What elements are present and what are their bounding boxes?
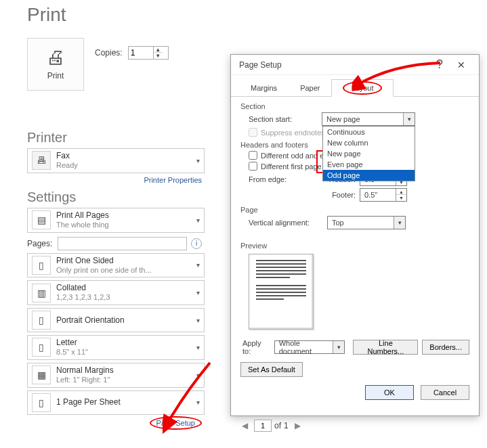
printer-selector[interactable]: 🖷 Fax Ready ▾	[27, 148, 205, 173]
per-sheet-major: 1 Page Per Sheet	[56, 397, 196, 407]
settings-heading: Settings	[27, 184, 202, 205]
chevron-down-icon: ▾	[196, 157, 200, 164]
prev-page-icon[interactable]: ◀	[238, 420, 251, 431]
margins-minor: Left: 1" Right: 1"	[56, 376, 196, 385]
page-setup-link-text: Page Setup	[156, 419, 196, 427]
print-all-pages-selector[interactable]: ▤ Print All Pages The whole thing ▾	[27, 208, 205, 233]
apply-to-dropdown[interactable]: Whole document ▾	[274, 340, 345, 354]
vertical-alignment-dropdown[interactable]: Top ▾	[327, 216, 406, 229]
footer-value: 0.5"	[360, 191, 396, 199]
dialog-titlebar[interactable]: Page Setup ? ✕	[231, 55, 479, 75]
dialog-title: Page Setup	[239, 60, 430, 70]
dialog-body: Section Section start: New page ▾ Contin…	[231, 97, 479, 355]
print-button-label: Print	[47, 71, 64, 81]
print-backstage-pane: Print 🖨 Print Copies: ▲ ▼ Printer 🖷 Fax …	[0, 0, 217, 430]
orientation-selector[interactable]: ▯ Portrait Orientation ▾	[27, 308, 205, 332]
line-numbers-button[interactable]: Line Numbers...	[353, 340, 418, 355]
section-start-dropdown[interactable]: New page ▾ Continuous New column New pag…	[322, 112, 415, 126]
current-page-input[interactable]	[254, 420, 272, 432]
collated-selector[interactable]: ▥ Collated 1,2,3 1,2,3 1,2,3 ▾	[27, 280, 205, 305]
print-button[interactable]: 🖨 Print	[27, 38, 84, 91]
cancel-button[interactable]: Cancel	[421, 385, 469, 400]
printer-status: Ready	[56, 161, 196, 171]
section-start-option-list: Continuous New column New page Even page…	[322, 126, 415, 181]
tab-margins[interactable]: Margins	[239, 79, 289, 97]
vertical-alignment-label: Vertical alignment:	[249, 219, 327, 227]
different-first-page-checkbox[interactable]	[249, 162, 257, 171]
set-as-default-button[interactable]: Set As Default	[240, 362, 303, 377]
printer-name: Fax	[56, 151, 196, 161]
chevron-down-icon[interactable]: ▾	[333, 341, 344, 353]
chevron-down-icon[interactable]: ▾	[403, 113, 415, 125]
collated-major: Collated	[56, 283, 196, 293]
dropdown-option-continuous[interactable]: Continuous	[323, 127, 415, 137]
pages-input[interactable]	[58, 237, 187, 250]
next-page-icon[interactable]: ▶	[291, 420, 304, 431]
margins-selector[interactable]: ▦ Normal Margins Left: 1" Right: 1" ▾	[27, 363, 205, 388]
one-sided-selector[interactable]: ▯ Print One Sided Only print on one side…	[27, 253, 205, 278]
page-setup-dialog: Page Setup ? ✕ Margins Paper Layout Sect…	[230, 54, 480, 416]
page-setup-oval-annotation: Page Setup	[150, 416, 203, 430]
paper-size-icon: ▯	[32, 338, 51, 357]
spinner-arrows[interactable]: ▲ ▼	[153, 47, 163, 59]
dropdown-option-even-page[interactable]: Even page	[323, 159, 415, 170]
footer-label: Footer:	[322, 191, 356, 199]
margins-major: Normal Margins	[56, 365, 196, 376]
dropdown-option-new-column[interactable]: New column	[323, 137, 415, 148]
print-all-minor: The whole thing	[56, 221, 196, 230]
printer-heading: Printer	[27, 91, 202, 145]
total-pages: 1	[284, 421, 289, 430]
page-navigation: ◀ of 1 ▶	[238, 420, 304, 432]
chevron-down-icon: ▾	[196, 372, 200, 379]
dropdown-option-new-page[interactable]: New page	[323, 148, 415, 159]
spinner-up-icon[interactable]: ▲	[396, 189, 406, 195]
section-group-label: Section	[240, 102, 469, 110]
printer-properties-link[interactable]: Printer Properties	[27, 176, 202, 184]
different-odd-even-checkbox[interactable]	[249, 151, 257, 160]
spinner-up-icon[interactable]: ▲	[154, 47, 163, 53]
page-group-label: Page	[240, 206, 469, 214]
tab-layout[interactable]: Layout	[331, 79, 393, 97]
per-sheet-icon: ▯	[32, 393, 51, 412]
pages-row: Pages: i	[27, 237, 202, 250]
chevron-down-icon: ▾	[196, 399, 200, 406]
borders-button[interactable]: Borders...	[422, 340, 469, 355]
pages-label: Pages:	[27, 239, 52, 248]
paper-size-selector[interactable]: ▯ Letter 8.5" x 11" ▾	[27, 335, 205, 360]
one-sided-minor: Only print on one side of th...	[56, 266, 196, 275]
printer-icon: 🖨	[46, 48, 65, 67]
tab-paper[interactable]: Paper	[289, 79, 331, 97]
section-start-label: Section start:	[249, 115, 322, 123]
page-setup-link[interactable]: Page Setup	[27, 416, 202, 430]
footer-spinner[interactable]: 0.5" ▲▼	[360, 188, 407, 202]
letter-minor: 8.5" x 11"	[56, 348, 196, 357]
per-sheet-selector[interactable]: ▯ 1 Page Per Sheet ▾	[27, 390, 205, 415]
margins-icon: ▦	[32, 365, 51, 384]
spinner-down-icon[interactable]: ▼	[396, 195, 406, 201]
collated-minor: 1,2,3 1,2,3 1,2,3	[56, 293, 196, 303]
info-icon[interactable]: i	[191, 238, 202, 249]
help-icon[interactable]: ?	[430, 58, 449, 72]
apply-to-label: Apply to:	[242, 339, 270, 355]
spinner-down-icon[interactable]: ▼	[154, 53, 163, 59]
chevron-down-icon[interactable]: ▾	[394, 217, 405, 229]
copies-label: Copies:	[95, 48, 123, 58]
chevron-down-icon: ▾	[196, 217, 200, 224]
preview-label: Preview	[240, 242, 469, 250]
copies-input[interactable]	[129, 48, 153, 58]
from-edge-label: From edge:	[249, 175, 322, 183]
collated-icon: ▥	[32, 284, 51, 303]
copies-row: Copies: ▲ ▼	[95, 46, 169, 60]
chevron-down-icon: ▾	[196, 289, 200, 296]
chevron-down-icon: ▾	[196, 317, 200, 324]
print-all-major: Print All Pages	[56, 210, 196, 221]
all-pages-icon: ▤	[32, 210, 51, 229]
fax-printer-icon: 🖷	[32, 151, 51, 170]
apply-to-value: Whole document	[275, 339, 333, 355]
dropdown-option-odd-page[interactable]: Odd page	[323, 170, 415, 181]
suppress-endnotes-label: Suppress endnotes	[261, 129, 325, 137]
of-label: of	[274, 421, 281, 430]
copies-spinner[interactable]: ▲ ▼	[128, 46, 169, 60]
close-icon[interactable]: ✕	[449, 60, 473, 70]
ok-button[interactable]: OK	[365, 385, 414, 400]
